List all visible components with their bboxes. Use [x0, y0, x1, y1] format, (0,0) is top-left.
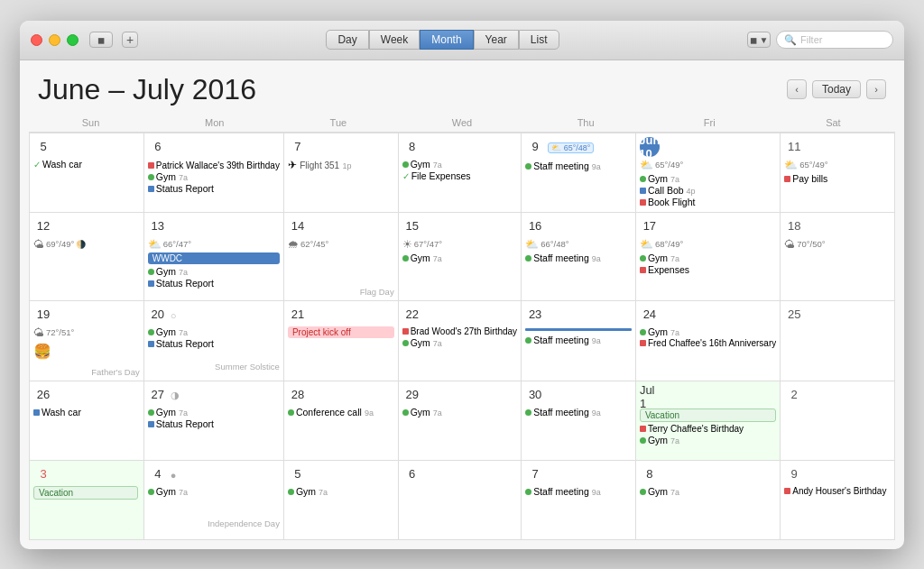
event-status-27[interactable]: Status Report [148, 418, 280, 429]
cell-jun23[interactable]: 23 Staff meeting 9a [522, 301, 636, 381]
event-vacation-bar[interactable]: Vacation [640, 408, 776, 422]
event-staff-23[interactable]: Staff meeting 9a [525, 335, 632, 345]
cell-jun10[interactable]: Jun 10 ⛅ 65°/49° Gym 7a Call Bob 4p [636, 133, 781, 213]
cell-jul2[interactable]: 2 [781, 381, 895, 461]
cell-jun14[interactable]: 14 🌧 62°/45° Flag Day [284, 213, 399, 301]
event-staff-30[interactable]: Staff meeting 9a [525, 407, 632, 418]
sidebar-toggle-button[interactable]: ◼ [89, 32, 113, 48]
view-options-button[interactable]: ◼ ▼ [747, 32, 771, 48]
cell-jun26[interactable]: 26 Wash car [30, 381, 144, 461]
cell-jun5[interactable]: 5 ✓ Wash car [30, 133, 144, 213]
event-gym-jul1[interactable]: Gym 7a [640, 435, 776, 445]
event-pay-bills[interactable]: Pay bills [784, 173, 891, 184]
event-conf[interactable]: Conference call 9a [288, 407, 394, 418]
cell-jun17[interactable]: 17 ⛅ 68°/49° Gym 7a Expenses [636, 213, 781, 301]
minimize-button[interactable] [49, 34, 60, 46]
event-gym-15[interactable]: Gym 7a [402, 252, 517, 263]
event-call-bob[interactable]: Call Bob 4p [640, 185, 776, 196]
tab-month[interactable]: Month [420, 30, 473, 50]
event-time: 7a [179, 408, 188, 418]
cell-jul6[interactable]: 6 [399, 461, 522, 540]
event-gym-jul5[interactable]: Gym 7a [288, 486, 394, 497]
event-expenses-17[interactable]: Expenses [640, 264, 776, 275]
event-status-6[interactable]: Status Report [148, 183, 280, 194]
event-gym-27[interactable]: Gym 7a [148, 407, 280, 418]
weather-temp: 65°/49° [799, 160, 827, 170]
event-gym-10[interactable]: Gym 7a [640, 173, 776, 184]
cell-jun18[interactable]: 18 🌤 70°/50° [781, 213, 895, 301]
prev-month-button[interactable]: ‹ [787, 79, 807, 99]
cell-jun6[interactable]: 6 Patrick Wallace's 39th Birthday Gym 7a… [144, 133, 284, 213]
flight-icon: ✈ Flight 351 1p [288, 159, 394, 171]
cell-jun21[interactable]: 21 Project kick off [284, 301, 399, 381]
event-project[interactable]: Project kick off [288, 326, 394, 338]
cell-jul1[interactable]: Jul 1 Vacation Terry Chaffee's Birthday … [636, 381, 781, 461]
cell-jul8[interactable]: 8 Gym 7a [636, 461, 781, 540]
close-button[interactable] [31, 34, 42, 46]
event-gym-4[interactable]: Gym 7a [148, 486, 280, 497]
today-button[interactable]: Today [812, 80, 861, 98]
calendar-title: June – July 2016 [38, 73, 256, 106]
cell-jun16[interactable]: 16 ⛅ 66°/48° Staff meeting 9a [522, 213, 636, 301]
next-month-button[interactable]: › [866, 79, 886, 99]
event-terry[interactable]: Terry Chaffee's Birthday [640, 424, 776, 434]
cell-jun20[interactable]: 20 ○ Gym 7a Status Report Summer Solstic… [144, 301, 284, 381]
event-gym-29[interactable]: Gym 7a [402, 407, 517, 418]
weather-temp: 62°/45° [300, 239, 328, 249]
event-gym-jul8[interactable]: Gym 7a [640, 486, 776, 497]
event-gym-20[interactable]: Gym 7a [148, 326, 280, 337]
event-gym-24[interactable]: Gym 7a [640, 326, 776, 337]
tab-week[interactable]: Week [369, 30, 420, 50]
event-wwdc[interactable]: WWDC [148, 252, 280, 264]
event-gym-17[interactable]: Gym 7a [640, 252, 776, 263]
event-dot-green [402, 255, 409, 262]
event-wash-car-1[interactable]: ✓ Wash car [33, 159, 140, 170]
event-andy[interactable]: Andy Houser's Birthday [784, 486, 891, 496]
event-staff-16[interactable]: Staff meeting 9a [525, 252, 632, 263]
event-gym-13[interactable]: Gym 7a [148, 266, 280, 277]
cell-jun22[interactable]: 22 Brad Wood's 27th Birthday Gym 7a [399, 301, 522, 381]
event-gym-6[interactable]: Gym 7a [148, 171, 280, 182]
event-file-expenses[interactable]: ✓ File Expenses [402, 170, 517, 181]
cell-jul5[interactable]: 5 Gym 7a [284, 461, 399, 540]
event-vacation-bar-3[interactable]: Vacation [33, 486, 138, 500]
cell-jun27[interactable]: 27 ◑ Gym 7a Status Report [144, 381, 284, 461]
event-staff-jun9[interactable]: Staff meeting 9a [525, 161, 632, 171]
event-status-20[interactable]: Status Report [148, 338, 280, 349]
event-staff-jul7[interactable]: Staff meeting 9a [525, 486, 632, 497]
cell-jun7[interactable]: 7 ✈ Flight 351 1p [284, 133, 399, 213]
weather-icon: 🌤 [33, 238, 44, 251]
cell-jun11[interactable]: 11 ⛅ 65°/49° Pay bills [781, 133, 895, 213]
cell-jun13[interactable]: 13 ⛅ 66°/47° WWDC Gym 7a Status Report [144, 213, 284, 301]
cell-jul7[interactable]: 7 Staff meeting 9a [522, 461, 636, 540]
cell-jul9[interactable]: 9 Andy Houser's Birthday [781, 461, 895, 540]
tab-year[interactable]: Year [474, 30, 519, 50]
event-status-13[interactable]: Status Report [148, 278, 280, 289]
event-book-flight[interactable]: Book Flight [640, 197, 776, 207]
cell-jun25[interactable]: 25 [781, 301, 895, 381]
cell-jun9[interactable]: 9 ⛅ 65°/48° Staff meeting 9a [522, 133, 636, 213]
event-fred[interactable]: Fred Chaffee's 16th Anniversary [640, 338, 776, 348]
cell-jun12[interactable]: 12 🌤 69°/49° 🌗 [30, 213, 144, 301]
tab-list[interactable]: List [519, 30, 559, 50]
add-button[interactable]: + [122, 32, 138, 48]
event-dot-red [148, 162, 154, 169]
cell-jul4[interactable]: 4 ● Gym 7a Independence Day [144, 461, 284, 540]
tab-day[interactable]: Day [326, 30, 368, 50]
cell-jun24[interactable]: 24 Gym 7a Fred Chaffee's 16th Anniversar… [636, 301, 781, 381]
cell-jun15[interactable]: 15 ☀ 67°/47° Gym 7a [399, 213, 522, 301]
cell-jun29[interactable]: 29 Gym 7a [399, 381, 522, 461]
cell-jul3[interactable]: 3 Vacation [30, 461, 144, 540]
event-brad[interactable]: Brad Wood's 27th Birthday [402, 326, 517, 336]
cell-jun30[interactable]: 30 Staff meeting 9a [522, 381, 636, 461]
event-label: File Expenses [411, 170, 471, 181]
search-box[interactable]: 🔍 Filter [776, 31, 893, 49]
maximize-button[interactable] [67, 34, 79, 46]
event-wash-car-26[interactable]: Wash car [33, 407, 140, 418]
event-gym-8[interactable]: Gym 7a [402, 159, 517, 170]
cell-jun19[interactable]: 19 🌤 72°/51° 🍔 Father's Day [30, 301, 144, 381]
cell-jun8[interactable]: 8 Gym 7a ✓ File Expenses [399, 133, 522, 213]
event-patrick[interactable]: Patrick Wallace's 39th Birthday [148, 161, 280, 170]
event-gym-22[interactable]: Gym 7a [402, 337, 517, 348]
cell-jun28[interactable]: 28 Conference call 9a [284, 381, 399, 461]
